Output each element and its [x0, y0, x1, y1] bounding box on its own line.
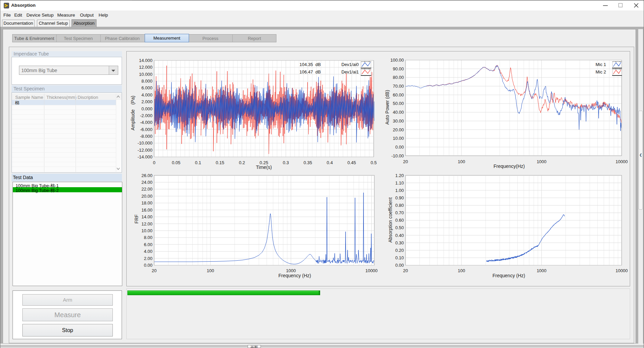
svg-text:20.00: 20.00 [141, 194, 152, 199]
svg-text:0.00: 0.00 [144, 263, 152, 268]
svg-text:-4.000: -4.000 [140, 120, 152, 125]
svg-text:Absorption coefficient: Absorption coefficient [388, 197, 393, 243]
svg-text:0.70: 0.70 [395, 210, 404, 215]
svg-text:0.5: 0.5 [371, 160, 377, 165]
svg-text:-14.000: -14.000 [138, 154, 152, 159]
svg-text:24.00: 24.00 [141, 180, 152, 185]
svg-text:Frequency (Hz): Frequency (Hz) [493, 273, 525, 278]
svg-text:4.000: 4.000 [141, 92, 152, 97]
svg-text:0.00: 0.00 [395, 145, 404, 150]
svg-text:10.00: 10.00 [393, 136, 404, 141]
svg-text:-10.000: -10.000 [138, 140, 152, 146]
svg-text:0: 0 [153, 160, 155, 165]
svg-text:0.60: 0.60 [395, 218, 404, 223]
svg-text:0.2: 0.2 [239, 160, 245, 165]
svg-text:0.3: 0.3 [283, 160, 289, 165]
svg-text:Frequency (Hz): Frequency (Hz) [278, 273, 311, 278]
svg-text:0.10: 0.10 [395, 255, 404, 260]
svg-text:106.47 dB: 106.47 dB [299, 69, 321, 74]
svg-text:10000: 10000 [616, 268, 628, 273]
svg-text:0.15: 0.15 [216, 160, 224, 165]
svg-text:104.35 dB: 104.35 dB [299, 62, 321, 67]
svg-text:80.00: 80.00 [393, 75, 404, 80]
svg-text:4.00: 4.00 [144, 249, 152, 254]
svg-text:Mic 2: Mic 2 [596, 69, 606, 74]
svg-text:0.1: 0.1 [195, 160, 201, 165]
svg-text:Mic 1: Mic 1 [596, 62, 606, 67]
svg-text:100.00: 100.00 [390, 58, 404, 63]
svg-text:0.30: 0.30 [395, 240, 404, 245]
svg-text:1000: 1000 [537, 268, 546, 273]
svg-text:-10.00: -10.00 [391, 153, 404, 158]
svg-text:50.00: 50.00 [393, 101, 404, 106]
svg-text:Frequency(Hz): Frequency(Hz) [494, 164, 525, 169]
svg-text:2.000: 2.000 [141, 99, 152, 104]
svg-text:18.00: 18.00 [141, 200, 152, 205]
svg-text:10.00: 10.00 [141, 228, 152, 233]
svg-text:10000: 10000 [616, 159, 628, 164]
svg-text:14.00: 14.00 [141, 214, 152, 219]
svg-text:0.35: 0.35 [304, 160, 312, 165]
svg-text:20: 20 [403, 159, 408, 164]
svg-text:-2.000: -2.000 [140, 113, 152, 118]
svg-text:20: 20 [403, 268, 408, 273]
svg-text:100: 100 [207, 268, 214, 273]
svg-text:100: 100 [458, 268, 465, 273]
svg-text:26.00: 26.00 [141, 173, 152, 178]
svg-text:70.00: 70.00 [393, 84, 404, 89]
svg-text:20: 20 [152, 268, 157, 273]
svg-text:0.00: 0.00 [395, 263, 404, 268]
svg-text:12.000: 12.000 [139, 65, 152, 70]
svg-text:0.50: 0.50 [395, 225, 404, 230]
svg-text:Dev1/ai1: Dev1/ai1 [341, 69, 359, 74]
svg-text:90.00: 90.00 [393, 66, 404, 71]
svg-text:0.4: 0.4 [327, 160, 333, 165]
svg-text:30.00: 30.00 [393, 118, 404, 124]
svg-text:0.80: 0.80 [395, 203, 404, 208]
svg-text:1.00: 1.00 [395, 188, 404, 193]
svg-text:1000: 1000 [286, 268, 296, 273]
svg-text:1000: 1000 [537, 159, 546, 164]
svg-text:100: 100 [458, 159, 465, 164]
svg-text:0.90: 0.90 [395, 195, 404, 200]
svg-text:0.000: 0.000 [141, 106, 152, 111]
svg-text:0.45: 0.45 [348, 160, 356, 165]
svg-text:Amplitude (Pa): Amplitude (Pa) [130, 96, 136, 131]
svg-text:16.00: 16.00 [141, 208, 152, 213]
svg-text:Auto Power (dB): Auto Power (dB) [385, 90, 390, 125]
svg-text:10000: 10000 [365, 268, 377, 273]
svg-text:0.20: 0.20 [395, 248, 404, 253]
svg-text:0.40: 0.40 [395, 233, 404, 238]
svg-text:2.00: 2.00 [144, 256, 152, 261]
svg-text:40.00: 40.00 [393, 110, 404, 115]
svg-text:6.000: 6.000 [141, 85, 152, 90]
svg-text:14.000: 14.000 [139, 58, 152, 63]
svg-text:Time(s): Time(s) [256, 165, 272, 170]
svg-text:60.00: 60.00 [393, 92, 404, 97]
svg-text:0.05: 0.05 [172, 160, 180, 165]
svg-text:10.000: 10.000 [139, 72, 152, 77]
svg-text:-6.000: -6.000 [140, 127, 152, 132]
svg-text:1.10: 1.10 [395, 180, 404, 186]
svg-text:1.20: 1.20 [395, 173, 404, 178]
svg-text:8.00: 8.00 [144, 235, 152, 240]
svg-text:20.00: 20.00 [393, 127, 404, 132]
svg-text:22.00: 22.00 [141, 187, 152, 192]
svg-text:-12.000: -12.000 [138, 148, 152, 153]
svg-text:FRF: FRF [134, 214, 139, 223]
svg-text:6.00: 6.00 [144, 242, 152, 247]
svg-text:-8.000: -8.000 [140, 134, 152, 139]
svg-text:8.000: 8.000 [141, 79, 152, 84]
svg-text:Dev1/ai0: Dev1/ai0 [341, 62, 359, 67]
svg-text:12.00: 12.00 [141, 221, 152, 226]
